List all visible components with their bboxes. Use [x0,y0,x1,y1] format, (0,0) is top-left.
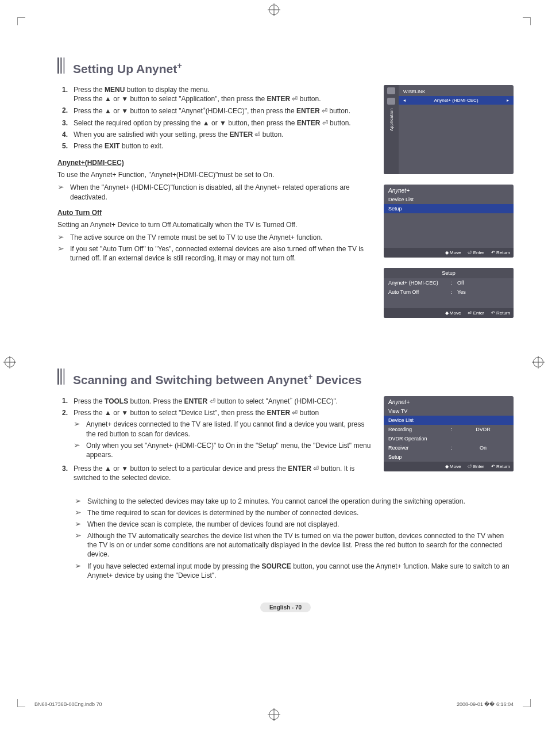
chevron-right-icon: ▸ [507,98,509,103]
setting-row: Auto Turn Off:Yes [384,287,514,297]
menu-icon [387,87,395,94]
note-text: If you have selected external input mode… [87,562,514,580]
step-text: Press the TOOLS button. Press the ENTER … [74,396,373,406]
section-heading: Scanning and Switching between Anynet+ D… [57,369,514,388]
osd-setup-menu: Setup Anynet+ (HDMI-CEC):Off Auto Turn O… [384,268,514,318]
osd-footer-hints: ◆ Move ⏎ Enter ↶ Return [384,462,514,471]
instruction-list: 1.Press the TOOLS button. Press the ENTE… [57,396,373,483]
paragraph: Setting an Anynet+ Device to turn Off Au… [57,220,373,229]
heading-text: Setting Up Anynet [73,62,177,75]
paragraph: To use the Anynet+ Function, "Anynet+(HD… [57,170,373,179]
sidebar-label: Application [389,108,393,131]
note-text: When the "Anynet+ (HDMI-CEC)"function is… [70,183,373,201]
note-text: Although the TV automatically searches t… [87,531,514,559]
timestamp: 2008-09-01 �� 6:16:04 [457,701,514,707]
note-text: If you set "Auto Turn Off" to "Yes", con… [70,244,373,263]
osd-footer-hints: ◆ Move ⏎ Enter ↶ Return [384,308,514,318]
instruction-list: 1.Press the MENU button to display the m… [57,85,373,151]
menu-item-selected: ◂Anynet+ (HDMI-CEC)▸ [399,96,514,105]
note-text: When the device scan is complete, the nu… [87,520,514,529]
page-number: English - 70 [57,603,514,611]
note-bullet-icon: ➢ [74,441,82,459]
menu-icon [387,98,395,105]
osd-header: Anynet+ [384,396,514,406]
footer-metadata: BN68-01736B-00Eng.indb 70 2008-09-01 �� … [34,701,514,707]
subheading: Auto Turn Off [57,209,373,217]
menu-item-selected: Device List [384,416,514,425]
menu-item: Recording:DVDR [384,425,514,434]
note-text: Switching to the selected devices may ta… [87,497,514,506]
note-text: Only when you set "Anynet+ (HDMI-CEC)" t… [86,441,373,459]
note-bullet-icon: ➢ [57,244,65,263]
menu-item: Device List [384,195,514,204]
step-text: Press the ▲ or ▼ button to select to a p… [74,464,373,482]
menu-item: Receiver:On [384,443,514,452]
note-text: The active source on the TV remote must … [70,233,373,242]
osd-title: Setup [384,268,514,278]
step-text: Select the required option by pressing t… [74,118,373,128]
setting-row: Anynet+ (HDMI-CEC):Off [384,278,514,287]
note-bullet-icon: ➢ [75,531,83,559]
note-bullet-icon: ➢ [75,497,83,506]
menu-item: DVDR Operation [384,434,514,443]
doc-id: BN68-01736B-00Eng.indb 70 [34,701,102,707]
step-text: Press the ▲ or ▼ button to select "Devic… [74,408,373,462]
note-bullet-icon: ➢ [75,520,83,529]
osd-device-list: Anynet+ View TV Device List Recording:DV… [384,396,514,471]
note-text: The time required to scan for devices is… [87,508,514,517]
step-text: Press the EXIT button to exit. [74,141,373,151]
heading-text: Scanning and Switching between Anynet [73,373,308,386]
menu-item: View TV [384,406,514,416]
note-bullet-icon: ➢ [74,420,82,438]
step-text: When you are satisfied with your setting… [74,130,373,139]
note-bullet-icon: ➢ [57,233,65,242]
osd-header: Anynet+ [384,185,514,195]
section-heading: Setting Up Anynet+ [57,57,514,77]
menu-item: Setup [384,452,514,462]
osd-footer-hints: ◆ Move ⏎ Enter ↶ Return [384,248,514,258]
menu-item: WISELINK [399,87,514,96]
osd-application-menu: Application WISELINK ◂Anynet+ (HDMI-CEC)… [384,85,514,174]
osd-anynet-menu: Anynet+ Device List Setup ◆ Move ⏎ Enter… [384,185,514,258]
note-bullet-icon: ➢ [57,183,65,201]
menu-item-selected: Setup [384,204,514,213]
step-text: Press the MENU button to display the men… [74,85,373,103]
subheading: Anynet+(HDMI-CEC) [57,159,373,167]
note-text: Anynet+ devices connected to the TV are … [86,420,373,438]
note-bullet-icon: ➢ [75,562,83,580]
note-bullet-icon: ➢ [75,508,83,517]
step-text: Press the ▲ or ▼ button to select "Anyne… [74,106,373,116]
